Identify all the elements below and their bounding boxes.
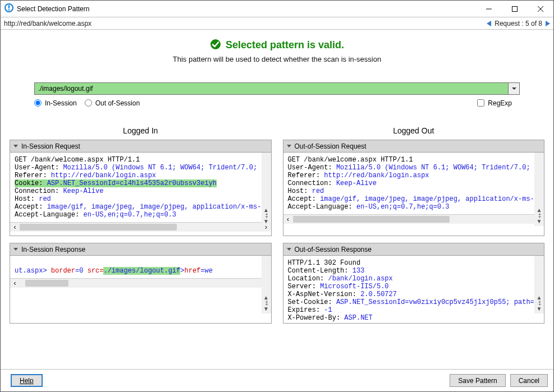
chevron-down-icon	[512, 87, 516, 90]
out-session-radio[interactable]: Out of-Session	[85, 99, 140, 107]
cancel-button[interactable]: Cancel	[510, 374, 548, 387]
close-button[interactable]	[528, 1, 553, 17]
svg-rect-4	[512, 6, 518, 11]
app-icon	[4, 3, 13, 14]
collapse-icon	[13, 248, 18, 251]
hscroll-out-req[interactable]: ‹›	[283, 214, 544, 224]
minimize-button[interactable]	[476, 1, 502, 17]
vscroll-out-req[interactable]: ▲‡▼	[534, 153, 544, 226]
vscroll-in-res[interactable]: ▲‡▼	[262, 256, 271, 313]
status-headline: Selected pattern is valid.	[226, 39, 344, 51]
window-title: Select Detection Pattern	[17, 5, 476, 13]
save-pattern-button[interactable]: Save Pattern	[450, 374, 505, 387]
titlebar: Select Detection Pattern	[1, 1, 553, 17]
svg-rect-1	[8, 5, 10, 8]
regexp-checkbox[interactable]: RegExp	[477, 99, 512, 107]
in-session-radio[interactable]: In-Session	[34, 99, 77, 107]
status-banner: Selected pattern is valid. This pattern …	[1, 39, 553, 63]
request-counter: Request : 5 of 8	[495, 20, 542, 27]
collapse-icon	[287, 248, 291, 251]
out-session-request-header[interactable]: Out-of-Session Request	[283, 140, 544, 153]
out-session-response-header[interactable]: Out-of-Session Response	[283, 243, 544, 256]
in-session-request-header[interactable]: In-Session Request	[10, 140, 271, 153]
collapse-icon	[287, 145, 291, 147]
vscroll-in-req[interactable]: ▲‡▼	[262, 153, 271, 226]
maximize-button[interactable]	[502, 1, 528, 17]
in-session-response-header[interactable]: In-Session Response	[10, 243, 271, 256]
in-session-response-body[interactable]: ut.aspx> border=0 src=./images/logout.gi…	[10, 256, 271, 278]
check-icon	[210, 39, 221, 52]
column-header-left: Logged In	[10, 126, 272, 135]
hscroll-in-req[interactable]: ‹›	[10, 222, 271, 232]
column-header-right: Logged Out	[283, 126, 545, 135]
url-bar: http://red/bank/welcome.aspx Request : 5…	[1, 17, 553, 30]
pattern-dropdown-button[interactable]	[509, 82, 520, 95]
in-session-request-body[interactable]: GET /bank/welcome.aspx HTTP/1.1 User-Age…	[10, 153, 271, 222]
request-url: http://red/bank/welcome.aspx	[4, 20, 487, 27]
out-session-request-body[interactable]: GET /bank/welcome.aspx HTTP/1.1 User-Age…	[283, 153, 544, 214]
help-button[interactable]: Help	[11, 374, 43, 387]
svg-point-2	[8, 9, 10, 10]
svg-point-7	[210, 39, 221, 49]
next-request-button[interactable]	[546, 21, 550, 26]
vscroll-out-res[interactable]: ▲‡▼	[534, 256, 544, 313]
hscroll-in-res[interactable]: ‹›	[10, 278, 271, 288]
collapse-icon	[13, 145, 18, 147]
prev-request-button[interactable]	[487, 21, 491, 26]
main-window: Select Detection Pattern http://red/bank…	[0, 0, 554, 392]
out-session-response-body[interactable]: HTTP/1.1 302 Found Content-Length: 133 L…	[283, 256, 544, 323]
pattern-input[interactable]: ./images/logout.gif	[34, 82, 509, 95]
status-sub: This pattern will be used to detect whet…	[1, 55, 553, 63]
